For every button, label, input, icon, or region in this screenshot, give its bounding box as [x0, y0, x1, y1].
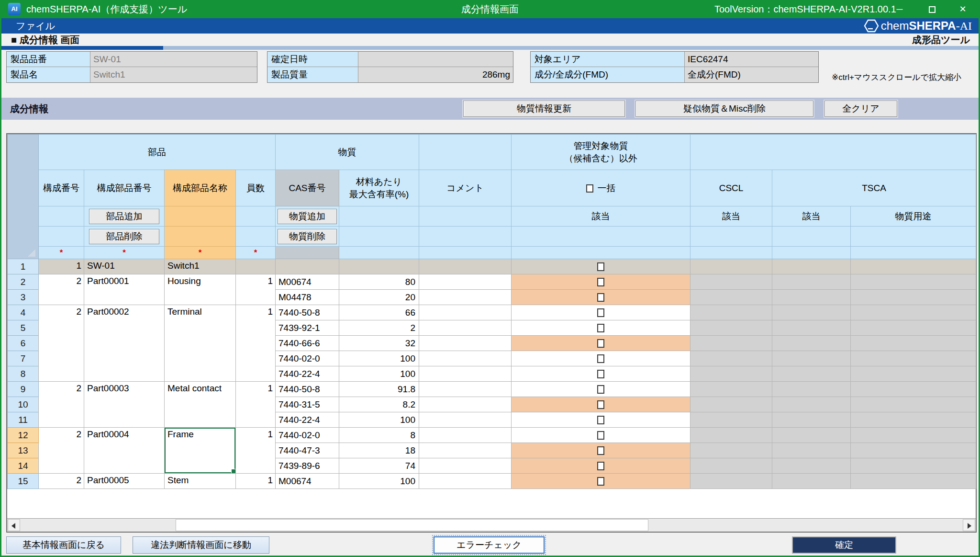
- cell-part-name[interactable]: Metal contact: [165, 382, 236, 428]
- cell-comment[interactable]: [419, 458, 512, 474]
- row-header[interactable]: 11: [8, 412, 39, 428]
- cell-rate[interactable]: 32: [339, 336, 419, 351]
- cell-rate[interactable]: [339, 259, 419, 274]
- close-button[interactable]: ✕: [951, 0, 975, 18]
- checkbox-icon[interactable]: [597, 293, 604, 302]
- cell-rate[interactable]: 18: [339, 443, 419, 458]
- cell-qty[interactable]: [236, 259, 276, 274]
- cell-managed-check[interactable]: [512, 320, 690, 336]
- cell-kosei-no[interactable]: 2: [39, 428, 84, 474]
- cell-tsca[interactable]: [772, 458, 851, 474]
- cell-kosei-no[interactable]: 2: [39, 474, 84, 489]
- cell-managed-check[interactable]: [512, 474, 690, 489]
- cell-cscl[interactable]: [690, 428, 772, 443]
- cell-managed-check[interactable]: [512, 290, 690, 305]
- confirm-button[interactable]: 確定: [792, 536, 896, 554]
- cell-usage[interactable]: [851, 443, 976, 458]
- row-header[interactable]: 2: [8, 274, 39, 290]
- cell-cas[interactable]: 7439-89-6: [276, 458, 339, 474]
- cell-tsca[interactable]: [772, 351, 851, 366]
- checkbox-icon[interactable]: [597, 262, 604, 271]
- cell-cscl[interactable]: [690, 320, 772, 336]
- cell-rate[interactable]: 100: [339, 366, 419, 382]
- cell-kosei-no[interactable]: 2: [39, 382, 84, 428]
- cell-comment[interactable]: [419, 336, 512, 351]
- cell-part-no[interactable]: Part00004: [84, 428, 165, 474]
- cell-cscl[interactable]: [690, 290, 772, 305]
- delete-pseudo-misc-button[interactable]: 疑似物質＆Misc削除: [635, 101, 813, 117]
- move-to-compliance-button[interactable]: 違法判断情報画面に移動: [133, 536, 269, 554]
- checkbox-icon[interactable]: [597, 278, 604, 286]
- scroll-left-button[interactable]: [8, 519, 20, 531]
- cell-managed-check[interactable]: [512, 274, 690, 290]
- cell-part-name[interactable]: Frame: [165, 428, 236, 474]
- row-header[interactable]: 15: [8, 474, 39, 489]
- cell-tsca[interactable]: [772, 397, 851, 412]
- cell-comment[interactable]: [419, 274, 512, 290]
- cell-part-no[interactable]: Part00002: [84, 305, 165, 382]
- cell-cas[interactable]: 7439-92-1: [276, 320, 339, 336]
- cell-rate[interactable]: 100: [339, 412, 419, 428]
- cell-managed-check[interactable]: [512, 458, 690, 474]
- row-header[interactable]: 9: [8, 382, 39, 397]
- checkbox-icon[interactable]: [597, 308, 604, 317]
- menu-file[interactable]: ファイル: [16, 18, 55, 34]
- row-header[interactable]: 14: [8, 458, 39, 474]
- cell-comment[interactable]: [419, 443, 512, 458]
- cell-managed-check[interactable]: [512, 259, 690, 274]
- checkbox-icon[interactable]: [597, 431, 604, 440]
- cell-rate[interactable]: 8: [339, 428, 419, 443]
- cell-rate[interactable]: 66: [339, 305, 419, 320]
- checkbox-icon[interactable]: [597, 339, 604, 348]
- cell-managed-check[interactable]: [512, 382, 690, 397]
- cell-comment[interactable]: [419, 474, 512, 489]
- checkbox-icon[interactable]: [597, 324, 604, 332]
- cell-tsca[interactable]: [772, 474, 851, 489]
- row-header[interactable]: 12: [8, 428, 39, 443]
- cell-tsca[interactable]: [772, 305, 851, 320]
- cell-cas[interactable]: M00674: [276, 474, 339, 489]
- cell-part-name[interactable]: Stem: [165, 474, 236, 489]
- cell-managed-check[interactable]: [512, 366, 690, 382]
- cell-cscl[interactable]: [690, 351, 772, 366]
- grid-corner[interactable]: [8, 135, 39, 259]
- cell-tsca[interactable]: [772, 274, 851, 290]
- cell-cscl[interactable]: [690, 458, 772, 474]
- cell-cscl[interactable]: [690, 412, 772, 428]
- cell-usage[interactable]: [851, 412, 976, 428]
- cell-cas[interactable]: 7440-50-8: [276, 382, 339, 397]
- cell-usage[interactable]: [851, 382, 976, 397]
- cell-usage[interactable]: [851, 428, 976, 443]
- cell-cscl[interactable]: [690, 274, 772, 290]
- row-header[interactable]: 3: [8, 290, 39, 305]
- cell-usage[interactable]: [851, 259, 976, 274]
- cell-cscl[interactable]: [690, 259, 772, 274]
- checkbox-icon[interactable]: [597, 477, 604, 486]
- row-header[interactable]: 4: [8, 305, 39, 320]
- row-header[interactable]: 7: [8, 351, 39, 366]
- cell-cas[interactable]: 7440-31-5: [276, 397, 339, 412]
- cell-usage[interactable]: [851, 397, 976, 412]
- row-header[interactable]: 13: [8, 443, 39, 458]
- back-to-basic-info-button[interactable]: 基本情報画面に戻る: [6, 536, 121, 554]
- cell-usage[interactable]: [851, 366, 976, 382]
- row-header[interactable]: 1: [8, 259, 39, 274]
- cell-cas[interactable]: 7440-66-6: [276, 336, 339, 351]
- minimize-button[interactable]: ─: [888, 0, 912, 18]
- checkbox-icon[interactable]: [597, 354, 604, 363]
- cell-comment[interactable]: [419, 428, 512, 443]
- cell-cscl[interactable]: [690, 474, 772, 489]
- cell-part-no[interactable]: Part00003: [84, 382, 165, 428]
- cell-part-name[interactable]: Housing: [165, 274, 236, 305]
- delete-part-button[interactable]: 部品削除: [89, 229, 159, 244]
- cell-cscl[interactable]: [690, 305, 772, 320]
- cell-cas[interactable]: 7440-22-4: [276, 412, 339, 428]
- clear-all-button[interactable]: 全クリア: [824, 101, 897, 117]
- cell-tsca[interactable]: [772, 382, 851, 397]
- cell-comment[interactable]: [419, 412, 512, 428]
- cell-tsca[interactable]: [772, 412, 851, 428]
- cell-managed-check[interactable]: [512, 443, 690, 458]
- cell-managed-check[interactable]: [512, 412, 690, 428]
- cell-usage[interactable]: [851, 274, 976, 290]
- row-header[interactable]: 5: [8, 320, 39, 336]
